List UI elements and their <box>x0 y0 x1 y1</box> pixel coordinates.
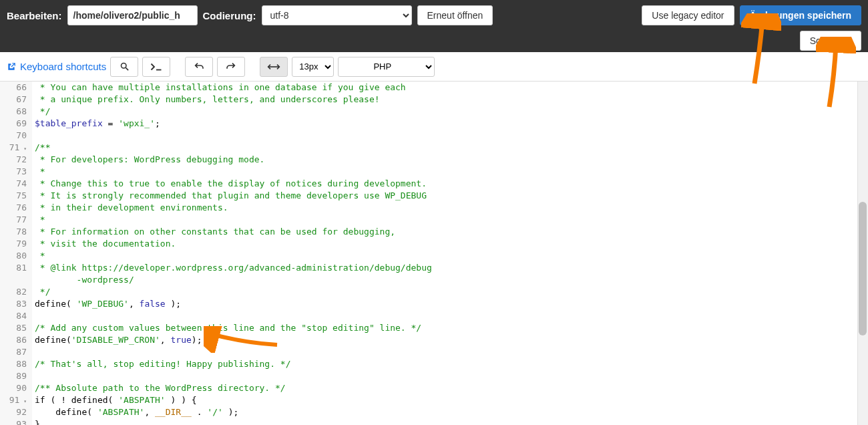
close-button[interactable]: Schließen <box>800 31 861 51</box>
fontsize-select[interactable]: 13px <box>292 57 334 77</box>
edit-label: Bearbeiten: <box>7 10 62 21</box>
redo-icon <box>226 61 236 72</box>
legacy-editor-button[interactable]: Use legacy editor <box>642 5 734 25</box>
keyboard-shortcuts-label: Keyboard shortcuts <box>20 61 106 72</box>
svg-line-1 <box>126 67 128 70</box>
line-number-gutter: 666768697071 ▾72737475767778798081828384… <box>0 82 32 425</box>
undo-icon <box>194 61 204 72</box>
external-link-icon <box>7 62 16 72</box>
code-editor[interactable]: 666768697071 ▾72737475767778798081828384… <box>0 82 868 425</box>
vertical-scrollbar[interactable] <box>857 82 868 425</box>
keyboard-shortcuts-link[interactable]: Keyboard shortcuts <box>7 61 106 72</box>
save-changes-button[interactable]: Änderungen speichern <box>740 5 861 25</box>
encoding-select[interactable]: utf-8 <box>262 5 412 25</box>
file-path-input[interactable] <box>67 5 198 25</box>
terminal-button[interactable] <box>142 57 170 77</box>
search-icon <box>120 61 130 72</box>
undo-button[interactable] <box>185 57 213 77</box>
language-select[interactable]: PHP <box>338 57 435 77</box>
reopen-button[interactable]: Erneut öffnen <box>417 5 493 25</box>
svg-point-0 <box>121 63 126 69</box>
redo-button[interactable] <box>217 57 245 77</box>
wrap-toggle-button[interactable] <box>260 57 288 77</box>
search-button[interactable] <box>110 57 138 77</box>
editor-toolbar: Keyboard shortcuts 13px PHP <box>0 52 868 82</box>
wrap-icon <box>267 63 280 71</box>
encoding-label: Codierung: <box>203 10 256 21</box>
prompt-icon <box>150 63 162 71</box>
scrollbar-thumb[interactable] <box>859 202 867 335</box>
top-toolbar: Bearbeiten: Codierung: utf-8 Erneut öffn… <box>0 0 868 52</box>
code-content[interactable]: * You can have multiple installations in… <box>32 82 432 425</box>
